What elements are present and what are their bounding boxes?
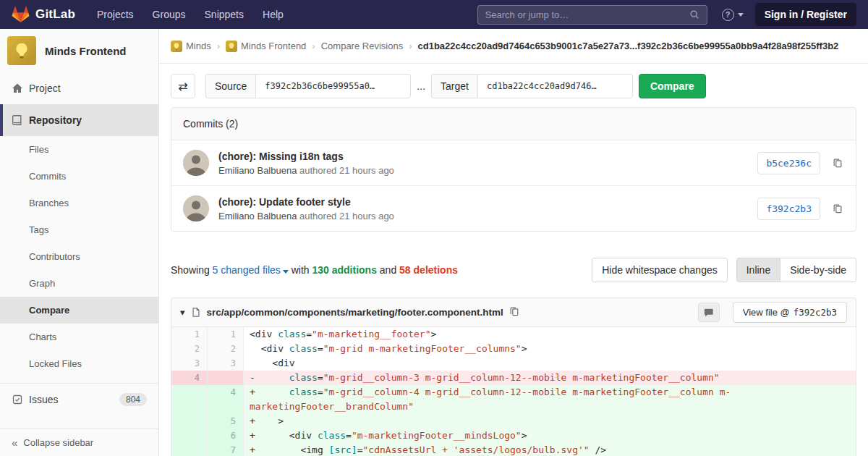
toggle-comments-button[interactable] — [698, 303, 720, 322]
sidebar-spacer — [0, 415, 158, 428]
diff-line-number-new[interactable]: 7 — [208, 443, 244, 456]
collapse-sidebar-button[interactable]: « Collapse sidebar — [0, 428, 158, 456]
swap-revisions-button[interactable]: ⇄ — [171, 74, 195, 98]
breadcrumb-item-minds-frontend[interactable]: Minds Frontend — [226, 41, 306, 52]
commit-author-link[interactable]: Emiliano Balbuena — [218, 211, 297, 221]
help-icon: ? — [722, 9, 734, 21]
copy-file-path-button[interactable] — [509, 306, 519, 318]
diff-line-number-new[interactable]: 6 — [208, 428, 244, 443]
breadcrumb-separator: › — [409, 41, 412, 51]
diff-line-number-old[interactable] — [171, 428, 208, 443]
diff-line-code: <div class="m-marketing__footer"> — [244, 327, 856, 342]
search-box[interactable] — [477, 5, 707, 25]
target-ref-input[interactable] — [477, 74, 633, 98]
copy-icon — [509, 306, 519, 316]
lightbulb-icon — [172, 42, 181, 51]
sidebar-item-branches[interactable]: Branches — [0, 190, 158, 216]
sidebar: Minds Frontend Project Repository FilesC… — [0, 29, 159, 456]
diff-file-header: ▾ src/app/common/components/marketing/fo… — [171, 298, 856, 327]
view-file-label: View file @ — [743, 307, 790, 318]
diff-line: 6+ <div class="m-marketingFooter__mindsL… — [171, 428, 856, 443]
sidebar-item-compare[interactable]: Compare — [0, 297, 158, 324]
diff-line-number-new[interactable]: 2 — [208, 342, 244, 356]
sidebar-item-label: Project — [29, 83, 61, 94]
diff-table: 11<div class="m-marketing__footer">22 <d… — [171, 327, 856, 456]
help-menu[interactable]: ? — [722, 9, 744, 21]
nav-item-snippets[interactable]: Snippets — [196, 4, 252, 25]
commit-title-link[interactable]: (chore): Missing i18n tags — [218, 151, 748, 162]
breadcrumb-label: Minds — [186, 41, 211, 51]
sidebar-project-name: Minds Frontend — [45, 45, 127, 57]
diff-summary-bar: Showing 5 changed files with 130 additio… — [171, 258, 856, 282]
page-body: ⇄ Source ... Target Compare Commits (2) … — [159, 64, 868, 456]
copy-commit-sha-button[interactable] — [831, 156, 844, 169]
compare-button[interactable]: Compare — [639, 74, 706, 98]
diff-line-number-new[interactable]: 4 — [208, 385, 244, 414]
side-by-side-view-button[interactable]: Side-by-side — [780, 258, 856, 282]
changed-files-dropdown[interactable]: 5 changed files — [213, 264, 289, 276]
diff-line-number-old[interactable]: 1 — [171, 327, 208, 342]
diff-line-number-new[interactable]: 5 — [208, 414, 244, 428]
collapse-diff-caret-icon[interactable]: ▾ — [180, 307, 185, 318]
comment-icon — [704, 308, 714, 318]
hide-whitespace-button[interactable]: Hide whitespace changes — [592, 258, 728, 282]
gitlab-tanuki-icon — [12, 6, 30, 23]
sidebar-item-locked-files[interactable]: Locked Files — [0, 350, 158, 377]
sidebar-item-files[interactable]: Files — [0, 136, 158, 163]
sidebar-item-commits[interactable]: Commits — [0, 163, 158, 190]
nav-item-groups[interactable]: Groups — [144, 4, 195, 25]
copy-commit-sha-button[interactable] — [831, 202, 844, 215]
breadcrumb-label: Minds Frontend — [241, 41, 306, 51]
breadcrumb-item-minds[interactable]: Minds — [171, 41, 211, 52]
sidebar-item-label: Repository — [29, 114, 82, 126]
diff-file-path[interactable]: src/app/common/components/marketing/foot… — [207, 307, 503, 318]
commit-sha-button[interactable]: b5ce236c — [757, 152, 820, 174]
sidebar-project-header[interactable]: Minds Frontend — [0, 29, 158, 72]
sidebar-item-charts[interactable]: Charts — [0, 324, 158, 350]
sidebar-item-project[interactable]: Project — [0, 72, 158, 104]
diff-line-number-old[interactable]: 4 — [171, 371, 208, 385]
sign-in-register-button[interactable]: Sign in / Register — [755, 3, 856, 26]
copy-icon — [833, 203, 843, 214]
commit-author-link[interactable]: Emiliano Balbuena — [218, 165, 297, 176]
diff-line-number-old[interactable]: 2 — [171, 342, 208, 356]
search-icon — [689, 9, 699, 20]
target-input-group: Target — [431, 74, 633, 98]
sidebar-item-contributors[interactable]: Contributors — [0, 243, 158, 270]
sidebar-item-issues[interactable]: Issues 804 — [0, 384, 158, 415]
diff-line-number-old[interactable] — [171, 414, 208, 428]
nav-item-help[interactable]: Help — [254, 4, 292, 25]
sidebar-item-tags[interactable]: Tags — [0, 216, 158, 243]
range-separator: ... — [417, 80, 425, 92]
gitlab-home-link[interactable]: GitLab — [12, 6, 75, 23]
diff-line: 22 <div class="m-grid m-marketingFooter_… — [171, 342, 856, 356]
view-file-sha: f392c2b3 — [793, 307, 837, 318]
and-label: and — [380, 264, 396, 276]
diff-line-number-new[interactable]: 3 — [208, 356, 244, 371]
user-photo-icon — [183, 150, 209, 176]
commit-sha-button[interactable]: f392c2b3 — [757, 198, 820, 220]
additions-count: 130 additions — [312, 264, 376, 276]
search-input[interactable] — [485, 9, 689, 20]
diff-line-number-old[interactable] — [171, 443, 208, 456]
diff-line-number-old[interactable] — [171, 385, 208, 414]
diff-view-toggle: Inline Side-by-side — [736, 258, 856, 282]
view-file-button[interactable]: View file @ f392c2b3 — [733, 302, 847, 323]
issues-count-badge: 804 — [119, 393, 147, 406]
breadcrumb-item-compare-revisions[interactable]: Compare Revisions — [321, 41, 403, 51]
diff-line-number-new[interactable] — [208, 371, 244, 385]
changed-files-label: 5 changed files — [213, 264, 281, 276]
commit-title-link[interactable]: (chore): Update footer style — [218, 196, 748, 208]
diff-line-number-old[interactable]: 3 — [171, 356, 208, 371]
sidebar-item-repository[interactable]: Repository — [0, 104, 158, 136]
compare-revisions-form: ⇄ Source ... Target Compare — [171, 74, 856, 98]
source-ref-input[interactable] — [255, 74, 411, 98]
nav-item-projects[interactable]: Projects — [88, 4, 142, 25]
diff-line: 7+ <img [src]="cdnAssetsUrl + 'assets/lo… — [171, 443, 856, 456]
inline-view-button[interactable]: Inline — [736, 258, 780, 282]
breadcrumb-avatar — [171, 41, 182, 52]
sidebar-item-graph[interactable]: Graph — [0, 270, 158, 297]
swap-icon: ⇄ — [178, 80, 187, 93]
source-label: Source — [205, 74, 255, 98]
diff-line-number-new[interactable]: 1 — [208, 327, 244, 342]
